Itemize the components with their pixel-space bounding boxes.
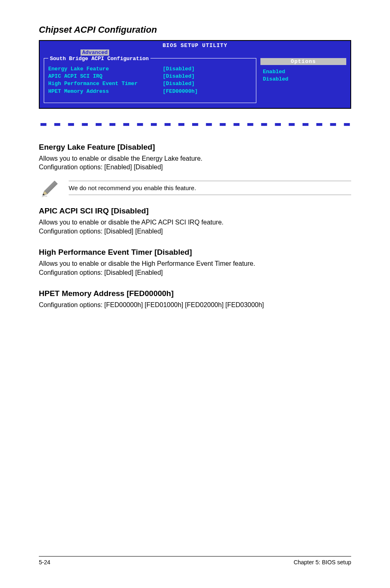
body-text: Allows you to enable or disable the Ener…	[39, 154, 351, 172]
apic-heading: APIC ACPI SCI IRQ [Disabled]	[39, 206, 351, 215]
body-text: Allows you to enable or disable the APIC…	[39, 218, 351, 236]
text-line: Allows you to enable or disable the High…	[39, 260, 255, 267]
body-text: Configuration options: [FED00000h] [FED0…	[39, 301, 351, 310]
bios-row: Energy Lake Feature [Disabled]	[48, 65, 252, 73]
bios-header: BIOS SETUP UTILITY	[40, 41, 350, 49]
section-title: Chipset ACPI Configuration	[39, 25, 351, 35]
bios-row-label: Energy Lake Feature	[48, 65, 163, 73]
energy-lake-heading: Energy Lake Feature [Disabled]	[39, 143, 351, 152]
note-block: We do not recommend you enable this feat…	[39, 177, 351, 199]
bios-right-pane: Options Enabled Disabled	[260, 58, 346, 103]
bios-panel-title: South Bridge ACPI Configuration	[48, 56, 150, 62]
bios-row-value: [Disabled]	[163, 73, 252, 80]
bios-row-value: [FED00000h]	[163, 88, 252, 95]
hpet-mem-heading: HPET Memory Address [FED00000h]	[39, 289, 351, 298]
body-text: Allows you to enable or disable the High…	[39, 259, 351, 277]
options-list: Enabled Disabled	[260, 68, 346, 83]
note-text: We do not recommend you enable this feat…	[69, 181, 351, 195]
text-line: Allows you to enable or disable the Ener…	[39, 155, 202, 162]
bios-row-label: HPET Memory Address	[48, 88, 163, 95]
text-line: Configuration options: [Disabled] [Enabl…	[39, 228, 163, 235]
bios-row-label: APIC ACPI SCI IRQ	[48, 73, 163, 80]
text-line: Configuration options: [FED00000h] [FED0…	[39, 301, 264, 308]
bios-tab-advanced: Advanced	[81, 49, 109, 56]
option-item: Disabled	[263, 76, 346, 83]
text-line: Configuration options: [Disabled] [Enabl…	[39, 269, 163, 276]
bios-panel: BIOS SETUP UTILITY Advanced South Bridge…	[39, 40, 351, 109]
page-footer: 5-24 Chapter 5: BIOS setup	[39, 556, 351, 566]
bios-body: South Bridge ACPI Configuration Energy L…	[40, 58, 350, 108]
text-line: Configuration options: [Enabled] [Disabl…	[39, 164, 163, 171]
bios-row: HPET Memory Address [FED00000h]	[48, 88, 252, 95]
bios-row-value: [Disabled]	[163, 80, 252, 88]
bios-left-pane: South Bridge ACPI Configuration Energy L…	[44, 58, 256, 103]
bios-row-label: High Performance Event Timer	[48, 80, 163, 88]
text-line: Allows you to enable or disable the APIC…	[39, 219, 224, 226]
hpet-timer-heading: High Performance Event Timer [Disabled]	[39, 248, 351, 257]
decorative-dashes: ▄▄▄▄▄▄▄▄▄▄▄▄▄▄▄▄▄▄▄▄▄▄▄▄▄▄▄▄▄▄▄▄▄▄▄▄▄▄▄▄…	[39, 120, 351, 126]
option-item: Enabled	[263, 68, 346, 76]
bios-row: High Performance Event Timer [Disabled]	[48, 80, 252, 88]
pencil-icon	[39, 177, 61, 199]
chapter-label: Chapter 5: BIOS setup	[294, 559, 351, 566]
page-number: 5-24	[39, 559, 50, 566]
bios-row-value: [Disabled]	[163, 65, 252, 73]
options-header: Options	[260, 58, 346, 65]
bios-row: APIC ACPI SCI IRQ [Disabled]	[48, 73, 252, 80]
